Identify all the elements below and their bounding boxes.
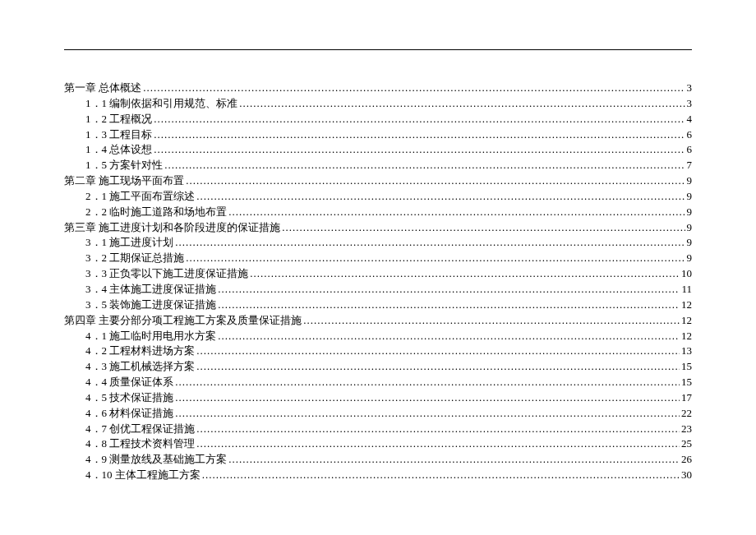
toc-page-number: 12 <box>681 329 692 344</box>
toc-page-number: 15 <box>681 375 692 390</box>
toc-row: 4．3 施工机械选择方案15 <box>64 359 692 375</box>
toc-row: 4．4 质量保证体系15 <box>64 375 692 390</box>
table-of-contents: 第一章 总体概述31．1 编制依据和引用规范、标准31．2 工程概况41．3 工… <box>64 81 692 483</box>
toc-row: 4．9 测量放线及基础施工方案26 <box>64 452 692 468</box>
toc-page-number: 3 <box>687 81 693 96</box>
toc-leader <box>196 189 685 205</box>
toc-page-number: 11 <box>681 282 692 297</box>
toc-leader <box>175 390 680 406</box>
toc-row: 第三章 施工进度计划和各阶段进度的保证措施9 <box>64 220 692 236</box>
toc-page-number: 9 <box>687 173 693 189</box>
toc-page-number: 23 <box>681 422 692 437</box>
toc-title: 2．2 临时施工道路和场地布置 <box>85 205 227 220</box>
toc-row: 第四章 主要分部分项工程施工方案及质量保证措施12 <box>64 313 692 329</box>
toc-page-number: 17 <box>681 390 692 406</box>
toc-leader <box>250 266 680 282</box>
toc-title: 4．8 工程技术资料管理 <box>85 436 195 452</box>
toc-page-number: 12 <box>681 313 692 329</box>
toc-row: 3．1 施工进度计划9 <box>64 235 692 251</box>
toc-leader <box>175 406 680 422</box>
toc-row: 2．1 施工平面布置综述9 <box>64 189 692 205</box>
toc-row: 3．4 主体施工进度保证措施11 <box>64 282 692 297</box>
toc-leader <box>218 282 680 297</box>
toc-leader <box>164 158 685 173</box>
toc-row: 4．10 主体工程施工方案30 <box>64 468 692 483</box>
toc-title: 1．5 方案针对性 <box>85 158 163 173</box>
toc-leader <box>228 205 685 220</box>
toc-leader <box>154 142 685 158</box>
toc-row: 4．5 技术保证措施17 <box>64 390 692 406</box>
toc-leader <box>143 81 685 96</box>
toc-title: 4．6 材料保证措施 <box>85 406 173 422</box>
toc-page-number: 9 <box>687 220 693 236</box>
toc-page-number: 4 <box>687 112 693 127</box>
toc-row: 1．1 编制依据和引用规范、标准3 <box>64 96 692 112</box>
toc-page-number: 3 <box>687 96 693 112</box>
toc-row: 4．1 施工临时用电用水方案12 <box>64 329 692 344</box>
toc-page-number: 25 <box>681 436 692 452</box>
toc-leader <box>239 96 685 112</box>
toc-page-number: 7 <box>687 158 693 173</box>
toc-row: 4．6 材料保证措施22 <box>64 406 692 422</box>
toc-leader <box>196 359 680 375</box>
toc-row: 1．5 方案针对性7 <box>64 158 692 173</box>
toc-page-number: 12 <box>681 297 692 313</box>
toc-leader <box>154 127 685 143</box>
toc-page-number: 15 <box>681 359 692 375</box>
toc-row: 3．2 工期保证总措施9 <box>64 251 692 266</box>
toc-row: 4．2 工程材料进场方案13 <box>64 344 692 359</box>
toc-leader <box>202 468 680 483</box>
toc-leader <box>303 313 680 329</box>
toc-page-number: 9 <box>687 205 693 220</box>
toc-title: 3．5 装饰施工进度保证措施 <box>85 297 216 313</box>
toc-title: 4．7 创优工程保证措施 <box>85 422 195 437</box>
toc-title: 1．4 总体设想 <box>85 142 152 158</box>
toc-page-number: 13 <box>681 344 692 359</box>
toc-row: 1．4 总体设想6 <box>64 142 692 158</box>
toc-title: 第一章 总体概述 <box>64 81 141 96</box>
toc-row: 4．7 创优工程保证措施23 <box>64 422 692 437</box>
toc-page-number: 6 <box>687 142 693 158</box>
toc-row: 3．5 装饰施工进度保证措施12 <box>64 297 692 313</box>
toc-title: 第三章 施工进度计划和各阶段进度的保证措施 <box>64 220 280 236</box>
toc-leader <box>218 329 680 344</box>
toc-leader <box>175 235 685 251</box>
toc-leader <box>196 344 680 359</box>
toc-page-number: 9 <box>687 189 693 205</box>
toc-row: 2．2 临时施工道路和场地布置9 <box>64 205 692 220</box>
toc-title: 4．3 施工机械选择方案 <box>85 359 195 375</box>
toc-leader <box>154 112 685 127</box>
toc-title: 第二章 施工现场平面布置 <box>64 173 184 189</box>
toc-row: 第一章 总体概述3 <box>64 81 692 96</box>
toc-leader <box>175 375 680 390</box>
toc-row: 1．3 工程目标6 <box>64 127 692 143</box>
toc-title: 1．3 工程目标 <box>85 127 152 143</box>
toc-title: 4．1 施工临时用电用水方案 <box>85 329 216 344</box>
toc-title: 4．9 测量放线及基础施工方案 <box>85 452 227 468</box>
toc-title: 4．4 质量保证体系 <box>85 375 173 390</box>
toc-page-number: 6 <box>687 127 693 143</box>
toc-page-number: 9 <box>687 235 693 251</box>
toc-row: 1．2 工程概况4 <box>64 112 692 127</box>
toc-title: 第四章 主要分部分项工程施工方案及质量保证措施 <box>64 313 302 329</box>
toc-leader <box>218 297 680 313</box>
toc-page-number: 26 <box>681 452 692 468</box>
toc-title: 4．2 工程材料进场方案 <box>85 344 195 359</box>
toc-title: 3．3 正负零以下施工进度保证措施 <box>85 266 248 282</box>
toc-leader <box>196 422 680 437</box>
toc-leader <box>228 452 680 468</box>
toc-title: 3．4 主体施工进度保证措施 <box>85 282 216 297</box>
toc-row: 4．8 工程技术资料管理25 <box>64 436 692 452</box>
toc-leader <box>196 436 680 452</box>
toc-title: 1．2 工程概况 <box>85 112 152 127</box>
toc-leader <box>186 251 685 266</box>
toc-title: 3．1 施工进度计划 <box>85 235 173 251</box>
toc-title: 4．10 主体工程施工方案 <box>85 468 201 483</box>
toc-leader <box>186 173 685 189</box>
horizontal-rule <box>64 49 692 50</box>
toc-title: 4．5 技术保证措施 <box>85 390 173 406</box>
toc-title: 1．1 编制依据和引用规范、标准 <box>85 96 237 112</box>
toc-page-number: 10 <box>681 266 692 282</box>
toc-page-number: 30 <box>681 468 692 483</box>
toc-row: 第二章 施工现场平面布置9 <box>64 173 692 189</box>
